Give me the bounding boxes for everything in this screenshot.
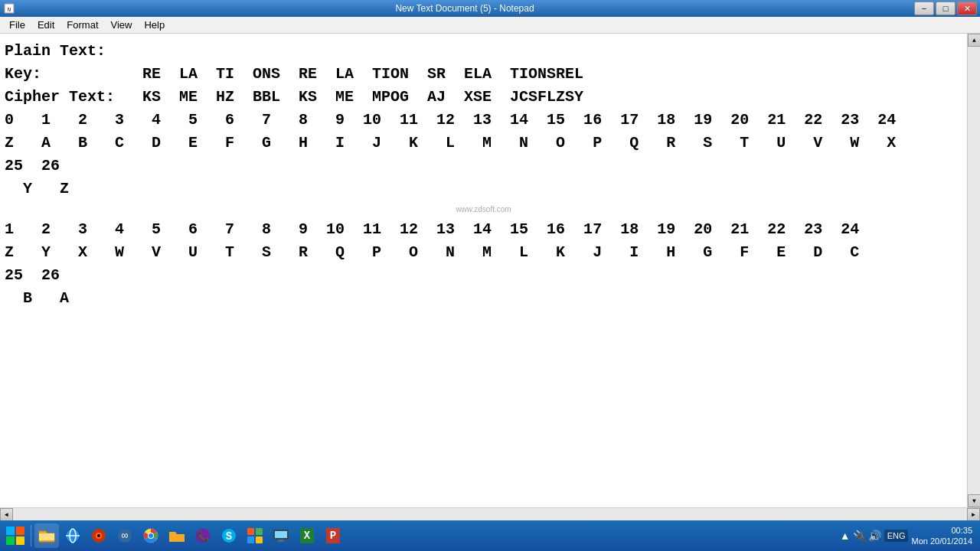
scroll-left-button[interactable]: ◄ — [0, 508, 13, 521]
line-1: Key: RE LA TI ONS RE LA TION SR ELA TION… — [5, 63, 962, 86]
line-8: Y Z — [5, 178, 962, 201]
line-17: B A — [5, 287, 962, 310]
scroll-down-button[interactable]: ▼ — [968, 494, 980, 507]
system-tray: ▲ 🔌 🔊 ENG 00:35 Mon 20/01/2014 — [835, 525, 977, 547]
app-icon: N — [3, 2, 15, 15]
svg-rect-21 — [247, 528, 254, 535]
maximize-button[interactable]: □ — [936, 2, 956, 15]
svg-point-16 — [149, 533, 153, 538]
horizontal-scrollbar[interactable]: ◄ ► — [0, 507, 980, 520]
taskbar-explorer-icon[interactable] — [34, 523, 59, 548]
tray-volume-icon[interactable]: 🔊 — [868, 530, 881, 542]
start-button[interactable] — [3, 523, 28, 548]
taskbar: ∞ 📞 S X P — [0, 520, 980, 551]
svg-text:N: N — [8, 6, 11, 13]
svg-rect-22 — [256, 528, 263, 535]
svg-rect-27 — [279, 540, 283, 541]
titlebar: N New Text Document (5) - Notepad − □ ✕ — [0, 0, 980, 17]
svg-rect-4 — [6, 536, 15, 545]
svg-text:S: S — [226, 530, 232, 543]
menu-file[interactable]: File — [3, 18, 31, 32]
line-15: Z Y X W V U T S R Q P O N M L K J I H G … — [5, 241, 962, 264]
line-16: 25 26 — [5, 264, 962, 287]
taskbar-viber-icon[interactable]: 📞 — [191, 523, 215, 548]
svg-rect-28 — [277, 541, 285, 542]
taskbar-folder-icon[interactable] — [165, 523, 189, 548]
date-display: Mon 20/01/2014 — [911, 536, 972, 546]
window-title: New Text Document (5) - Notepad — [15, 3, 914, 14]
hscroll-track[interactable] — [13, 508, 967, 520]
menu-format[interactable]: Format — [60, 18, 104, 32]
scroll-track[interactable] — [968, 47, 980, 494]
svg-text:X: X — [304, 530, 311, 542]
taskbar-powerpoint-icon[interactable]: P — [321, 523, 345, 548]
tray-network-icon[interactable]: 🔌 — [853, 530, 866, 542]
taskbar-media-icon[interactable] — [87, 523, 111, 548]
minimize-button[interactable]: − — [914, 2, 934, 15]
svg-rect-2 — [6, 527, 15, 535]
menubar: File Edit Format View Help — [0, 17, 980, 34]
window-controls: − □ ✕ — [914, 2, 977, 15]
taskbar-infinity-icon[interactable]: ∞ — [113, 523, 137, 548]
taskbar-computer-icon[interactable] — [269, 523, 293, 548]
taskbar-divider-1 — [31, 525, 31, 546]
watermark: www.zdsoft.com — [5, 204, 962, 215]
svg-rect-5 — [16, 536, 24, 545]
line-2: Cipher Text: KS ME HZ BBL KS ME MPOG AJ … — [5, 86, 962, 109]
svg-rect-3 — [16, 527, 24, 535]
svg-rect-24 — [256, 536, 263, 543]
taskbar-chrome-icon[interactable] — [139, 523, 163, 548]
text-content[interactable]: Plain Text:Key: RE LA TI ONS RE LA TION … — [0, 34, 967, 507]
tray-arrow-icon[interactable]: ▲ — [840, 530, 851, 542]
line-0: Plain Text: — [5, 40, 962, 63]
scroll-up-button[interactable]: ▲ — [968, 34, 980, 47]
time-display: 00:35 — [911, 525, 972, 536]
menu-help[interactable]: Help — [138, 18, 171, 32]
svg-rect-23 — [247, 536, 254, 543]
taskbar-excel-icon[interactable]: X — [295, 523, 319, 548]
clock: 00:35 Mon 20/01/2014 — [911, 525, 972, 547]
taskbar-skype-icon[interactable]: S — [217, 523, 241, 548]
language-indicator[interactable]: ENG — [884, 530, 909, 542]
menu-edit[interactable]: Edit — [31, 18, 60, 32]
line-7: 25 26 — [5, 155, 962, 178]
svg-text:∞: ∞ — [122, 530, 129, 542]
svg-point-11 — [97, 534, 100, 537]
line-5: 0 1 2 3 4 5 6 7 8 9 10 11 12 13 14 15 16… — [5, 109, 962, 132]
svg-rect-26 — [275, 531, 287, 538]
taskbar-apps-icon[interactable] — [243, 523, 267, 548]
svg-text:P: P — [330, 530, 336, 542]
vertical-scrollbar[interactable]: ▲ ▼ — [967, 34, 980, 507]
editor-area: Plain Text:Key: RE LA TI ONS RE LA TION … — [0, 34, 980, 507]
close-button[interactable]: ✕ — [957, 2, 977, 15]
menu-view[interactable]: View — [105, 18, 139, 32]
svg-text:📞: 📞 — [197, 530, 210, 543]
tray-icons: ▲ 🔌 🔊 — [840, 530, 881, 542]
taskbar-ie-icon[interactable] — [60, 523, 85, 548]
line-6: Z A B C D E F G H I J K L M N O P Q R S … — [5, 132, 962, 155]
line-14: 1 2 3 4 5 6 7 8 9 10 11 12 13 14 15 16 1… — [5, 218, 962, 241]
scroll-right-button[interactable]: ► — [967, 508, 980, 521]
